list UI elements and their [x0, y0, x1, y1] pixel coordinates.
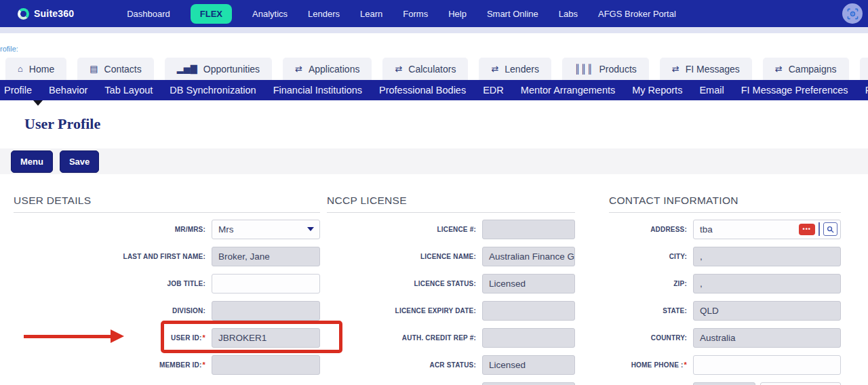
field-input[interactable] — [760, 382, 841, 385]
required-asterisk: * — [203, 333, 205, 342]
field-value: QLD — [700, 306, 719, 316]
field-label: LICENCE EXPIRY DATE: — [327, 307, 482, 315]
tab-label: Home — [29, 64, 54, 75]
field-row: LICENCE #: — [327, 216, 575, 243]
field-label: LICENCE STATUS: — [327, 280, 482, 287]
sync-icon: ⇄ — [395, 64, 402, 73]
field-row: DIVISION: — [14, 297, 320, 324]
topnav-item-flex[interactable]: FLEX — [191, 4, 232, 24]
tab-applications[interactable]: ⇄Applications — [283, 58, 372, 80]
field-input-zip-: , — [693, 274, 841, 293]
field-row — [609, 378, 841, 385]
field-input-home-phone-[interactable] — [693, 355, 841, 375]
field-value: , — [700, 251, 703, 262]
field-row: ADDRESS:tba••• — [609, 216, 841, 243]
screenshot-button[interactable] — [842, 3, 863, 24]
subnav-item-behavior[interactable]: Behavior — [49, 85, 87, 96]
field-row: LICENCE EXPIRY DATE: — [327, 297, 575, 324]
tab-label: FI Messages — [686, 64, 740, 75]
section-title-user-details: USER DETAILS — [14, 195, 320, 213]
field-input-member-id- — [212, 355, 320, 375]
subnav-item-profile[interactable]: Profile — [4, 85, 32, 96]
profile-subnav: ProfileBehaviorTab LayoutDB Synchronizat… — [0, 80, 868, 100]
field-input-mr-mrs-[interactable]: Mrs — [212, 220, 320, 239]
field-input-auth-credit-rep-#- — [482, 328, 575, 348]
subnav-item-financial-institutions[interactable]: Financial Institutions — [273, 85, 362, 96]
subnav-item-reports[interactable]: Reports — [865, 85, 868, 96]
required-asterisk: * — [203, 361, 205, 369]
section-title-nccp-license: NCCP LICENSE — [327, 195, 575, 213]
field-label: DIVISION: — [14, 307, 212, 315]
subnav-item-email[interactable]: Email — [699, 85, 724, 96]
tab-campaigns[interactable]: ⇄Campaigns — [763, 58, 849, 80]
field-input-address-[interactable]: tba••• — [693, 220, 841, 239]
tab-label: Products — [599, 64, 637, 75]
topnav-item-analytics[interactable]: Analytics — [252, 9, 288, 19]
field-input-licence-name-: Australian Finance G — [482, 247, 575, 266]
tab-lenders[interactable]: ⇄Lenders — [479, 58, 551, 80]
address-extras: ••• — [799, 222, 840, 236]
active-tab-caret — [33, 100, 43, 106]
field-label: JOB TITLE: — [14, 280, 212, 287]
subnav-item-db-synchronization[interactable]: DB Synchronization — [170, 85, 256, 96]
topnav-item-lenders[interactable]: Lenders — [308, 9, 340, 19]
field-label: ZIP: — [609, 280, 693, 287]
sync-icon: ⇄ — [775, 64, 783, 73]
tab-employees[interactable]: ⇄Employees — [860, 58, 868, 80]
topnav-item-afgs-broker-portal[interactable]: AFGS Broker Portal — [598, 9, 676, 19]
subnav-item-tab-layout[interactable]: Tab Layout — [104, 85, 153, 96]
subnav-item-edr[interactable]: EDR — [483, 85, 504, 96]
save-button[interactable]: Save — [60, 150, 99, 173]
subnav-item-my-reports[interactable]: My Reports — [632, 85, 682, 96]
field-input-state-: QLD — [693, 301, 841, 321]
field-row: ACR STATUS:Licensed — [327, 351, 575, 378]
brand-name: Suite360 — [34, 8, 74, 19]
tab-home[interactable]: ⌂Home — [5, 58, 66, 80]
contacts-icon: ▤ — [90, 64, 98, 73]
topnav-item-help[interactable]: Help — [448, 9, 467, 19]
suite360-logo[interactable]: Suite360 — [18, 8, 74, 20]
tab-products[interactable]: ║║║Products — [562, 58, 649, 80]
menu-button[interactable]: Menu — [11, 150, 53, 173]
sync-icon: ⇄ — [295, 64, 302, 73]
field-row: COUNTRY:Australia — [609, 324, 841, 351]
field-rows: MR/MRS:MrsLAST AND FIRST NAME:Broker, Ja… — [14, 216, 320, 378]
field-row: AUTH. CREDIT REP #: — [327, 324, 575, 351]
light-divider-strip — [0, 27, 868, 33]
address-ellipsis-button[interactable]: ••• — [799, 224, 815, 235]
field-value: Mrs — [218, 224, 234, 235]
field-row: STATE:QLD — [609, 297, 841, 324]
field-input-last-and-first-name-: Broker, Jane — [212, 247, 320, 266]
field-label: STATE: — [609, 307, 693, 315]
section-nccp-license: NCCP LICENSELICENCE #:LICENCE NAME:Austr… — [327, 195, 575, 385]
sync-icon: ⇄ — [672, 64, 679, 73]
address-lookup-icon[interactable] — [823, 222, 837, 236]
required-asterisk: * — [684, 361, 687, 369]
field-input-licence-expiry-date- — [482, 301, 575, 321]
field-input-licence-status-: Licensed — [482, 274, 575, 293]
page-title: User Profile — [24, 115, 100, 133]
topnav-item-forms[interactable]: Forms — [403, 9, 428, 19]
tab-opportunities[interactable]: ▂▅▇Opportunities — [165, 58, 272, 80]
topnav-item-learn[interactable]: Learn — [360, 9, 382, 19]
field-row: CITY:, — [609, 243, 841, 270]
tab-contacts[interactable]: ▤Contacts — [77, 58, 154, 80]
field-pair — [693, 382, 841, 385]
tab-fi-messages[interactable]: ⇄FI Messages — [660, 58, 752, 80]
topnav-item-smart-online[interactable]: Smart Online — [487, 9, 538, 19]
divider — [818, 222, 820, 236]
tab-calculators[interactable]: ⇄Calculators — [382, 58, 468, 80]
topnav-item-dashboard[interactable]: Dashboard — [127, 9, 170, 19]
topnav-item-labs[interactable]: Labs — [559, 9, 578, 19]
field-label: AUTH. CREDIT REP #: — [327, 334, 482, 342]
field-value: Licensed — [489, 360, 526, 370]
subnav-item-mentor-arrangements[interactable]: Mentor Arrangements — [521, 85, 615, 96]
subnav-item-fi-message-preferences[interactable]: FI Message Preferences — [741, 85, 848, 96]
suite360-ring-icon — [18, 8, 29, 20]
field-value: Licensed — [489, 279, 526, 289]
section-title-contact-information: CONTACT INFORMATION — [609, 195, 841, 213]
subnav-item-professional-bodies[interactable]: Professional Bodies — [379, 85, 466, 96]
field-input-division- — [212, 301, 320, 321]
field-input-job-title-[interactable] — [212, 274, 320, 293]
field-row: HOME PHONE :* — [609, 351, 841, 378]
